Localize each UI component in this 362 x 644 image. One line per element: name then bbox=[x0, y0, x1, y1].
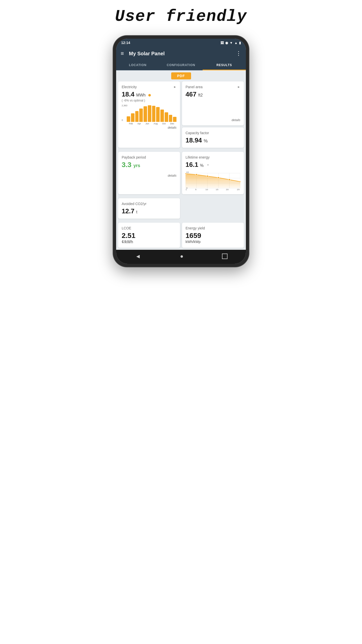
phone-inner: 12:14 🖼 ◉ ▼ ▲ ▮ ≡ My Solar Panel ⋮ LOCAT… bbox=[116, 39, 246, 264]
svg-text:20: 20 bbox=[226, 188, 229, 190]
panel-area-value: 467 ft2 bbox=[186, 90, 240, 98]
svg-text:5: 5 bbox=[195, 188, 197, 190]
svg-text:1: 1 bbox=[186, 188, 187, 190]
electricity-label: Electricity ► bbox=[122, 85, 176, 89]
phone-shell: 12:14 🖼 ◉ ▼ ▲ ▮ ≡ My Solar Panel ⋮ LOCAT… bbox=[113, 36, 249, 267]
content-area: Electricity ► 18.4 MWh ( -6% vs optimal … bbox=[116, 79, 246, 250]
battery-icon: ▮ bbox=[239, 41, 241, 45]
electricity-arrow[interactable]: ► bbox=[173, 85, 176, 89]
nav-home-button[interactable] bbox=[178, 253, 185, 260]
trend-down-icon: ⠂ bbox=[207, 163, 210, 168]
hamburger-icon[interactable]: ≡ bbox=[121, 50, 124, 57]
svg-marker-10 bbox=[186, 174, 240, 188]
top-row: Electricity ► 18.4 MWh ( -6% vs optimal … bbox=[118, 81, 244, 148]
phone-nav-bar bbox=[116, 250, 246, 264]
capacity-factor-card: Capacity factor 18.94 % bbox=[182, 127, 244, 148]
lifetime-label: Lifetime energy bbox=[186, 155, 240, 159]
co2-value: 12.7 t bbox=[122, 207, 176, 215]
page-title: User friendly bbox=[115, 8, 247, 26]
pdf-button[interactable]: PDF bbox=[171, 72, 191, 79]
tab-location[interactable]: LOCATION bbox=[116, 60, 159, 70]
row-3: Payback period 3.3 yrs details Lifetime … bbox=[118, 152, 244, 194]
energy-yield-card: Energy yield 1659 kWh/kWp bbox=[182, 223, 244, 248]
lifetime-energy-card: Lifetime energy 16.1 % ⠂ 22 0 1 5 10 15 … bbox=[182, 152, 244, 194]
orange-dot bbox=[148, 94, 151, 96]
bar-dec1 bbox=[169, 115, 172, 122]
co2-label: Avoided CO2/yr bbox=[122, 202, 176, 206]
sim-icon: 🖼 bbox=[220, 41, 224, 45]
svg-point-13 bbox=[206, 175, 208, 177]
svg-text:22: 22 bbox=[186, 171, 189, 173]
energy-yield-unit: kWh/kWp bbox=[186, 240, 240, 244]
bar-jul bbox=[148, 105, 151, 122]
electricity-details[interactable]: details bbox=[122, 126, 176, 129]
bar-nov bbox=[165, 112, 168, 122]
tab-bar: LOCATION CONFIGURATION RESULTS bbox=[116, 60, 246, 70]
app-bar-title: My Solar Panel bbox=[129, 51, 236, 57]
payback-value: 3.3 yrs bbox=[122, 161, 176, 169]
bar-sep bbox=[156, 107, 160, 122]
lifetime-value: 16.1 % ⠂ bbox=[186, 161, 240, 169]
row-4: Avoided CO2/yr 12.7 t bbox=[118, 198, 244, 219]
svg-point-14 bbox=[217, 177, 219, 178]
tab-configuration[interactable]: CONFIGURATION bbox=[159, 60, 203, 70]
wifi-icon: ▼ bbox=[230, 41, 233, 45]
capacity-label: Capacity factor bbox=[186, 131, 240, 135]
svg-text:25: 25 bbox=[237, 188, 240, 190]
nav-recent-button[interactable] bbox=[222, 254, 228, 259]
bar-jan bbox=[173, 117, 176, 122]
empty-placeholder bbox=[182, 198, 244, 219]
energy-yield-label: Energy yield bbox=[186, 226, 240, 230]
pdf-button-row: PDF bbox=[116, 70, 246, 79]
tab-results[interactable]: RESULTS bbox=[203, 60, 246, 70]
signal-icon: ▲ bbox=[234, 41, 238, 45]
energy-yield-value: 1659 bbox=[186, 232, 240, 240]
lifetime-chart-wrap: 22 0 1 5 10 15 20 25 bbox=[186, 171, 240, 191]
electricity-sub: ( -6% vs optimal ) bbox=[122, 99, 176, 102]
electricity-chart: 2,363 0 Feb Apr Jun Aug Oct Dec bbox=[122, 104, 176, 125]
more-options-icon[interactable]: ⋮ bbox=[236, 50, 241, 57]
status-icons: 🖼 ◉ ▼ ▲ ▮ bbox=[220, 41, 241, 45]
panel-area-label: Panel area ► bbox=[186, 85, 240, 89]
status-bar: 12:14 🖼 ◉ ▼ ▲ ▮ bbox=[116, 39, 246, 47]
bar-chart-x: Feb Apr Jun Aug Oct Dec bbox=[122, 122, 176, 125]
electricity-value: 18.4 MWh bbox=[122, 90, 176, 98]
bar-aug bbox=[152, 106, 156, 122]
bar-oct bbox=[160, 110, 164, 122]
payback-label: Payback period bbox=[122, 155, 176, 159]
bar-jun bbox=[144, 106, 147, 122]
main-grid: Electricity ► 18.4 MWh ( -6% vs optimal … bbox=[118, 81, 244, 248]
lcoe-unit: ¢/kWh bbox=[122, 240, 176, 244]
svg-text:15: 15 bbox=[216, 188, 218, 190]
bar-chart bbox=[122, 104, 176, 122]
svg-point-12 bbox=[196, 174, 198, 175]
bar-apr bbox=[135, 111, 139, 122]
panel-area-card: Panel area ► 467 ft2 details bbox=[182, 81, 244, 125]
electricity-card: Electricity ► 18.4 MWh ( -6% vs optimal … bbox=[118, 81, 180, 148]
lcoe-card: LCOE 2.51 ¢/kWh bbox=[118, 223, 180, 248]
lifetime-chart: 22 0 1 5 10 15 20 25 bbox=[186, 171, 240, 191]
nav-back-button[interactable] bbox=[134, 253, 142, 260]
row-5: LCOE 2.51 ¢/kWh Energy yield 1659 kWh/kW… bbox=[118, 223, 244, 248]
panel-area-arrow[interactable]: ► bbox=[237, 85, 240, 89]
bar-mar bbox=[131, 113, 134, 122]
lcoe-label: LCOE bbox=[122, 226, 176, 230]
panel-area-details[interactable]: details bbox=[186, 118, 240, 122]
capacity-value: 18.94 % bbox=[186, 136, 240, 144]
payback-details[interactable]: details bbox=[122, 174, 176, 177]
payback-card: Payback period 3.3 yrs details bbox=[118, 152, 180, 194]
status-time: 12:14 bbox=[121, 41, 130, 45]
svg-point-16 bbox=[239, 181, 240, 182]
right-col: Panel area ► 467 ft2 details Capacity fa… bbox=[182, 81, 244, 148]
bar-feb bbox=[127, 116, 130, 122]
co2-card: Avoided CO2/yr 12.7 t bbox=[118, 198, 180, 219]
svg-point-15 bbox=[228, 179, 230, 180]
svg-text:10: 10 bbox=[205, 188, 208, 190]
bar-may bbox=[139, 109, 143, 122]
screen-icon: ◉ bbox=[225, 41, 228, 45]
lcoe-value: 2.51 bbox=[122, 232, 176, 240]
app-bar: ≡ My Solar Panel ⋮ bbox=[116, 47, 246, 60]
